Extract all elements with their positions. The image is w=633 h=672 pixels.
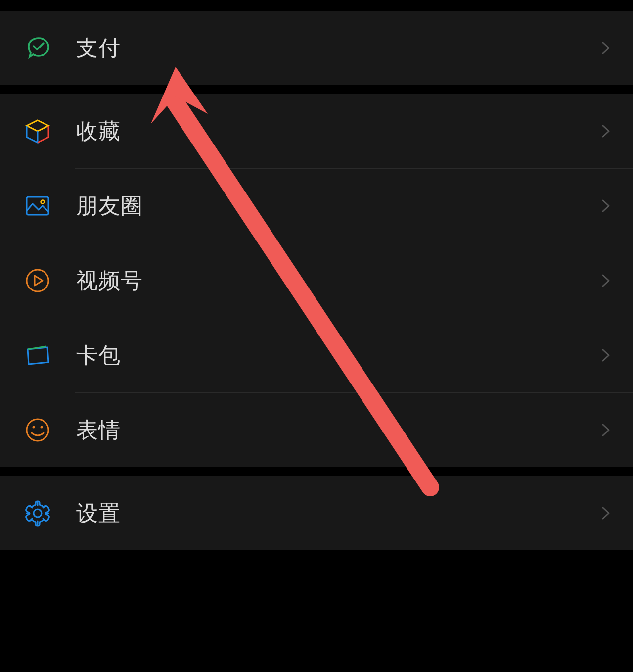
chevron-right-icon bbox=[598, 423, 613, 437]
wechat-pay-icon bbox=[24, 34, 51, 62]
photo-icon bbox=[24, 192, 51, 220]
chevron-right-icon bbox=[598, 506, 613, 521]
wallet-icon bbox=[24, 341, 51, 369]
menu-item-cards[interactable]: 卡包 bbox=[0, 318, 633, 392]
chevron-right-icon bbox=[598, 198, 613, 213]
menu-item-pay[interactable]: 支付 bbox=[0, 11, 633, 85]
menu-item-label: 朋友圈 bbox=[76, 192, 598, 221]
menu-group-pay: 支付 bbox=[0, 11, 633, 85]
chevron-right-icon bbox=[598, 41, 613, 55]
menu-item-label: 表情 bbox=[76, 416, 598, 445]
menu-item-favorites[interactable]: 收藏 bbox=[0, 94, 633, 168]
svg-point-1 bbox=[41, 200, 45, 204]
menu-item-stickers[interactable]: 表情 bbox=[0, 393, 633, 467]
menu-item-label: 设置 bbox=[76, 499, 598, 528]
menu-item-moments[interactable]: 朋友圈 bbox=[0, 169, 633, 243]
menu-group-main: 收藏 朋友圈 bbox=[0, 94, 633, 467]
menu-group-settings: 设置 bbox=[0, 476, 633, 550]
smiley-icon bbox=[24, 416, 51, 444]
gear-icon bbox=[24, 499, 51, 527]
chevron-right-icon bbox=[598, 348, 613, 363]
cube-icon bbox=[24, 117, 51, 145]
play-icon bbox=[24, 267, 51, 294]
menu-item-settings[interactable]: 设置 bbox=[0, 476, 633, 550]
svg-point-3 bbox=[27, 419, 48, 441]
settings-list: 支付 收藏 bbox=[0, 11, 633, 550]
chevron-right-icon bbox=[598, 124, 613, 139]
svg-point-5 bbox=[41, 426, 43, 429]
menu-item-label: 卡包 bbox=[76, 341, 598, 370]
menu-item-label: 收藏 bbox=[76, 117, 598, 146]
svg-point-2 bbox=[27, 270, 48, 291]
chevron-right-icon bbox=[598, 273, 613, 288]
menu-item-label: 视频号 bbox=[76, 266, 598, 295]
menu-item-channels[interactable]: 视频号 bbox=[0, 243, 633, 318]
svg-point-4 bbox=[33, 426, 35, 429]
svg-point-6 bbox=[34, 509, 42, 517]
menu-item-label: 支付 bbox=[76, 34, 598, 63]
